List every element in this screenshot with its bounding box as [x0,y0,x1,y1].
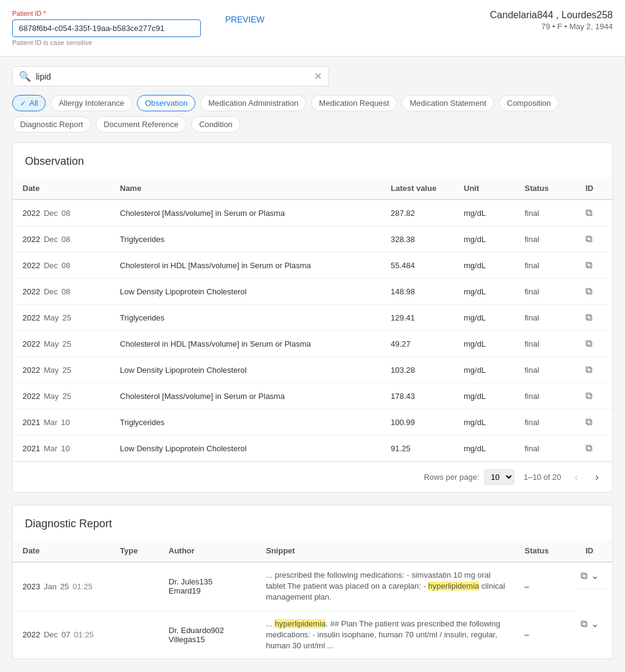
observation-name: Cholesterol in HDL [Mass/volume] in Seru… [110,331,381,357]
copy-cell[interactable]: ⧉ [576,226,612,252]
search-input[interactable] [36,72,314,81]
date-month: Jan [44,582,57,591]
filter-chip-diagnostic[interactable]: Diagnostic Report [12,116,91,133]
diagnostic-author: Dr. Jules135 Emard19 [159,562,256,611]
copy-cell[interactable]: ⧉ [576,383,612,409]
search-clear-icon[interactable]: ✕ [314,71,322,82]
copy-icon[interactable]: ⧉ [585,207,592,218]
date-cell: 2022 May 25 [13,305,110,331]
date-day: 10 [61,444,69,453]
table-row: 2021 Mar 10 Triglycerides 100.99 mg/dL f… [13,409,612,435]
copy-icon[interactable]: ⧉ [581,618,587,629]
date-month: May [44,365,59,375]
expand-button[interactable]: ⌄ [591,618,599,629]
filter-chip-med-request[interactable]: Medication Request [311,95,397,111]
col-snippet: Snippet [256,540,515,562]
observation-value: 91.25 [381,435,454,462]
date-year: 2022 [23,261,40,270]
copy-icon[interactable]: ⧉ [585,390,592,401]
rows-per-page-select[interactable]: 10 20 50 [484,469,514,485]
copy-icon[interactable]: ⧉ [585,312,592,322]
date-year: 2022 [23,392,40,401]
chip-label: Condition [199,120,232,129]
patient-info: Candelaria844 , Lourdes258 79 • F • May … [490,10,613,31]
patient-id-input[interactable] [12,19,201,37]
prev-page-button[interactable]: ‹ [571,469,582,485]
table-row: 2022 May 25 Low Density Lipoprotein Chol… [13,357,612,383]
patient-id-label: Patient ID * [12,10,201,17]
date-month: May [44,339,59,348]
date-cell: 2023 Jan 25 01:25 [13,562,110,611]
search-filter-section: 🔍 ✕ ✓ All Allergy Intolerance Observatio… [0,57,625,142]
observation-status: final [515,435,576,462]
date-day: 08 [61,261,70,270]
copy-icon[interactable]: ⧉ [585,286,592,296]
table-row: 2022 Dec 08 Triglycerides 328.38 mg/dL f… [13,226,612,252]
date-month: May [44,313,59,322]
main-content: Observation Date Name Latest value Unit … [0,142,625,672]
copy-cell[interactable]: ⧉ [576,252,612,279]
date-month: Dec [44,287,58,296]
chip-label: Diagnostic Report [20,120,83,129]
date-year: 2022 [23,287,40,296]
col-unit: Unit [454,178,515,199]
date-day: 08 [61,287,70,296]
copy-icon[interactable]: ⧉ [585,417,592,427]
copy-icon[interactable]: ⧉ [585,234,592,244]
snippet-highlight: hyperlipidemia [274,619,326,628]
preview-button[interactable]: PREVIEW [225,10,265,29]
filter-chip-document[interactable]: Document Reference [96,116,186,133]
filter-chip-observation[interactable]: Observation [137,95,195,111]
copy-icon[interactable]: ⧉ [585,443,592,453]
filter-chip-all[interactable]: ✓ All [12,95,46,111]
observation-name: Triglycerides [110,409,381,435]
next-page-button[interactable]: › [592,469,602,485]
expand-button[interactable]: ⌄ [591,570,599,581]
date-cell: 2021 Mar 10 [13,409,110,435]
date-cell: 2022 Dec 08 [13,252,110,279]
date-month: Dec [44,235,58,244]
copy-icon[interactable]: ⧉ [585,364,592,375]
filter-chip-composition[interactable]: Composition [499,95,559,111]
copy-icon[interactable]: ⧉ [585,260,592,270]
observation-pagination: Rows per page: 10 20 50 1–10 of 20 ‹ › [13,461,612,492]
snippet-text: ... prescribed the following medications… [266,570,505,601]
filter-chip-med-statement[interactable]: Medication Statement [402,95,494,111]
copy-cell[interactable]: ⧉ [576,279,612,305]
observation-unit: mg/dL [454,357,515,383]
observation-value: 55.484 [381,252,454,279]
filter-chip-med-admin[interactable]: Medication Administration [200,95,306,111]
filter-chip-allergy[interactable]: Allergy Intolerance [51,95,132,111]
copy-cell[interactable]: ⧉ [576,331,612,357]
table-row: 2022 May 25 Cholesterol in HDL [Mass/vol… [13,331,612,357]
date-year: 2022 [23,339,40,348]
observation-value: 129.41 [381,305,454,331]
date-cell: 2022 Dec 08 [13,279,110,305]
date-day: 08 [61,209,70,218]
filter-chip-condition[interactable]: Condition [191,116,240,133]
patient-id-note: Patient ID is case sensitive [12,39,201,46]
copy-icon[interactable]: ⧉ [585,338,592,348]
date-year: 2022 [23,365,40,375]
date-month: Dec [44,261,58,270]
observation-status: final [515,383,576,409]
patient-name: Candelaria844 , Lourdes258 [490,10,613,21]
observation-title: Observation [13,143,612,178]
chip-label: Medication Statement [410,99,486,108]
diagnostic-status: – [515,611,576,659]
diagnostic-title: Diagnostic Report [13,505,612,540]
copy-icon[interactable]: ⧉ [581,570,587,581]
date-time: 01:25 [74,630,94,639]
observation-unit: mg/dL [454,383,515,409]
copy-cell[interactable]: ⧉ [576,199,612,226]
date-month: May [44,392,59,401]
copy-cell[interactable]: ⧉ [576,435,612,462]
chip-label: Composition [507,99,551,108]
date-day: 08 [61,235,70,244]
date-year: 2021 [23,418,40,427]
copy-cell[interactable]: ⧉ [576,409,612,435]
observation-card: Observation Date Name Latest value Unit … [12,142,613,493]
chip-label: Allergy Intolerance [58,99,124,108]
copy-cell[interactable]: ⧉ [576,357,612,383]
copy-cell[interactable]: ⧉ [576,305,612,331]
